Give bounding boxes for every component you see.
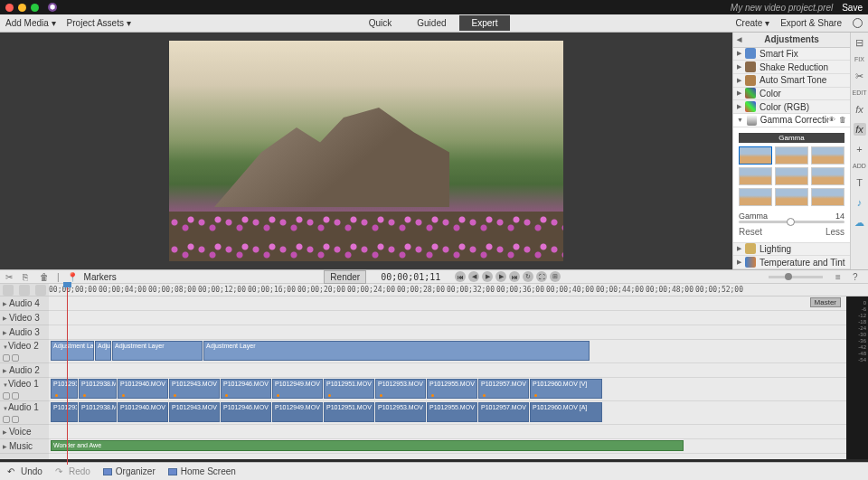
- adj-color-rgb[interactable]: ▶Color (RGB): [733, 100, 850, 114]
- master-badge[interactable]: Master: [810, 297, 841, 307]
- eye-icon[interactable]: 👁: [828, 116, 835, 124]
- audio-clip[interactable]: P1012955.MOV [A]: [427, 402, 477, 422]
- preset-2[interactable]: [775, 146, 808, 165]
- track-audio4[interactable]: Master: [49, 296, 846, 311]
- ruler-link-icon[interactable]: [35, 285, 46, 296]
- track-head-video3[interactable]: ▶Video 3: [0, 311, 49, 325]
- timeline-tool-2-icon[interactable]: ⎘: [23, 272, 33, 282]
- adjustment-clip[interactable]: Adjustment Layer: [203, 341, 590, 361]
- audio-clip[interactable]: P1012938.MOV [A]: [79, 402, 117, 422]
- preset-8[interactable]: [775, 188, 808, 206]
- export-share-button[interactable]: Export & Share: [780, 18, 842, 28]
- tab-guided[interactable]: Guided: [404, 15, 458, 31]
- video-clip[interactable]: P1012953.MOV [V]: [375, 379, 426, 399]
- tool-fx1-icon[interactable]: fx: [854, 103, 866, 116]
- go-start-icon[interactable]: ⏮: [455, 271, 466, 282]
- track-head-audio2[interactable]: ▶Audio 2: [0, 363, 49, 378]
- preset-6[interactable]: [811, 167, 844, 185]
- track-music[interactable]: Wonder and Awe: [49, 439, 846, 454]
- minimize-window-icon[interactable]: [18, 4, 26, 12]
- adj-smart-fix[interactable]: ▶Smart Fix: [733, 48, 850, 61]
- adj-gamma-correction[interactable]: ▼Gamma Correction👁🗑: [733, 114, 850, 127]
- preset-1[interactable]: [739, 146, 772, 165]
- audio-clip[interactable]: P1012946.MOV [A]: [221, 402, 271, 422]
- audio-clip[interactable]: P1012938.MOV [A]: [51, 402, 78, 422]
- track-head-audio1[interactable]: ▼Audio 1: [0, 401, 49, 425]
- track-audio1[interactable]: P1012938.MOV [A]P1012938.MOV [A]P1012940…: [49, 401, 846, 425]
- save-button[interactable]: Save: [842, 3, 863, 13]
- organizer-button[interactable]: Organizer: [103, 466, 156, 476]
- audio-clip[interactable]: P1012949.MOV [A]: [272, 402, 323, 422]
- maximize-window-icon[interactable]: [31, 4, 39, 12]
- tool-add-icon[interactable]: +: [854, 143, 866, 155]
- track-head-video2[interactable]: ▼Video 2: [0, 340, 49, 363]
- home-screen-button[interactable]: Home Screen: [168, 466, 236, 476]
- video-clip[interactable]: P1012938.MOV [V]: [51, 379, 78, 399]
- adj-lighting[interactable]: ▶Lighting: [733, 243, 850, 257]
- adj-color[interactable]: ▶Color: [733, 88, 850, 101]
- create-button[interactable]: Create ▾: [735, 18, 769, 28]
- preset-7[interactable]: [739, 188, 772, 206]
- undo-button[interactable]: ↶Undo: [7, 466, 42, 476]
- preset-3[interactable]: [811, 146, 844, 165]
- reset-button[interactable]: Reset: [739, 227, 762, 237]
- adjustment-clip[interactable]: Adjustment Layer: [112, 341, 203, 361]
- extra-icon[interactable]: ⊞: [550, 271, 561, 282]
- track-head-audio4[interactable]: ▶Audio 4: [0, 296, 49, 311]
- gamma-slider[interactable]: [739, 221, 844, 223]
- preview-video-frame[interactable]: [169, 41, 563, 261]
- help-icon[interactable]: ?: [853, 272, 863, 282]
- music-clip[interactable]: Wonder and Awe: [51, 440, 684, 451]
- adj-shake-reduction[interactable]: ▶Shake Reduction: [733, 61, 850, 74]
- close-window-icon[interactable]: [5, 4, 14, 12]
- loop-icon[interactable]: ↻: [523, 271, 533, 282]
- video-clip[interactable]: P1012955.MOV [V]: [427, 379, 477, 399]
- preset-4[interactable]: [739, 167, 772, 185]
- tool-fx2-icon[interactable]: fx: [854, 123, 866, 136]
- preset-5[interactable]: [775, 167, 808, 185]
- track-video3[interactable]: [49, 311, 846, 325]
- tool-audio-icon[interactable]: ♪: [854, 196, 866, 209]
- video-clip[interactable]: P1012951.MOV [V]: [324, 379, 374, 399]
- redo-button[interactable]: ↷Redo: [55, 466, 90, 476]
- step-fwd-icon[interactable]: ▶: [495, 271, 506, 282]
- adj-auto-smart-tone[interactable]: ▶Auto Smart Tone: [733, 74, 850, 88]
- ruler-zoom-icon[interactable]: [3, 285, 14, 296]
- adjustment-clip[interactable]: Adjustment Layer: [95, 341, 111, 361]
- video-clip[interactable]: P1012946.MOV [V]: [221, 379, 271, 399]
- add-media-button[interactable]: Add Media ▾: [5, 18, 56, 28]
- tab-expert[interactable]: Expert: [459, 15, 511, 31]
- go-end-icon[interactable]: ⏭: [509, 271, 520, 282]
- tool-text-icon[interactable]: T: [854, 176, 866, 189]
- ruler-snap-icon[interactable]: [19, 285, 30, 296]
- timeline-tool-1-icon[interactable]: ✂: [5, 272, 15, 282]
- panel-menu-icon[interactable]: ≡: [835, 272, 845, 282]
- track-video1[interactable]: P1012938.MOV [V]P1012938.MOV [V]P1012940…: [49, 378, 846, 401]
- marker-icon[interactable]: 📍: [67, 272, 77, 282]
- audio-clip[interactable]: P1012957.MOV [A]: [478, 402, 529, 422]
- preset-9[interactable]: [811, 188, 844, 206]
- video-clip[interactable]: P1012940.MOV [V]: [118, 379, 168, 399]
- render-button[interactable]: Render: [324, 270, 366, 284]
- timeline-delete-icon[interactable]: 🗑: [40, 272, 50, 282]
- adjustment-clip[interactable]: Adjustment Layer: [51, 341, 94, 361]
- video-clip[interactable]: P1012938.MOV [V]: [79, 379, 117, 399]
- video-clip[interactable]: P1012949.MOV [V]: [272, 379, 323, 399]
- video-clip[interactable]: P1012957.MOV [V]: [478, 379, 529, 399]
- trash-icon[interactable]: 🗑: [839, 116, 846, 124]
- track-head-music[interactable]: ▶Music: [0, 439, 49, 454]
- track-head-video1[interactable]: ▼Video 1: [0, 378, 49, 401]
- audio-clip[interactable]: P1012943.MOV [A]: [169, 402, 220, 422]
- track-head-audio3[interactable]: ▶Audio 3: [0, 325, 49, 340]
- project-assets-button[interactable]: Project Assets ▾: [67, 18, 131, 28]
- step-back-icon[interactable]: ◀: [468, 271, 479, 282]
- audio-clip[interactable]: P1012953.MOV [A]: [375, 402, 426, 422]
- fullscreen-icon[interactable]: ⛶: [536, 271, 547, 282]
- video-clip[interactable]: P1012943.MOV [V]: [169, 379, 220, 399]
- zoom-slider[interactable]: [769, 276, 823, 278]
- play-icon[interactable]: ▶: [482, 271, 493, 282]
- tool-share-icon[interactable]: ☁: [854, 216, 866, 229]
- track-audio2[interactable]: [49, 363, 846, 378]
- track-voice[interactable]: [49, 425, 846, 439]
- audio-clip[interactable]: P1012960.MOV [A]: [530, 402, 602, 422]
